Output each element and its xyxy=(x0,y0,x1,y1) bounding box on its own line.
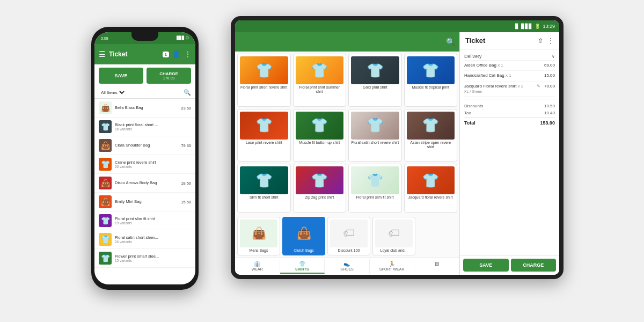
list-item[interactable]: 👕 Floral satin short sleev... 24 variant… xyxy=(94,230,195,249)
list-item-img: 👕 xyxy=(99,252,112,265)
product-card[interactable]: 👕 Gold print shirt xyxy=(348,54,402,107)
list-item[interactable]: 👕 Flower print smart slee... 15 variants xyxy=(94,249,195,268)
total-row: Total 153.90 xyxy=(464,118,555,127)
list-item[interactable]: 👕 Floral print slim fit shirt 19 variant… xyxy=(94,211,195,230)
phone-more-icon[interactable]: ⋮ xyxy=(185,50,191,58)
list-item[interactable]: 👕 Crane print revere shirt 20 variants xyxy=(94,155,195,174)
phone-action-icons: 👤 ⋮ xyxy=(172,50,191,58)
list-item-name: Clara Shoulder Bag xyxy=(115,143,178,148)
delivery-chevron: ∨ xyxy=(552,54,555,59)
product-card[interactable]: 👕 Floral print slim fit shirt xyxy=(348,164,402,212)
product-card[interactable]: 👕 Jacquard floral revere shirt xyxy=(404,164,458,212)
list-item-info: Disco Arrows Body Bag xyxy=(115,180,178,186)
category-bag-item[interactable]: 👜 Mens Bags xyxy=(237,217,280,255)
product-label: Muscle fit tropical print xyxy=(412,85,449,90)
category-sportwear[interactable]: 🏃 SPORT WEAR xyxy=(370,259,415,274)
phone-search-icon[interactable]: 🔍 xyxy=(184,89,191,96)
loyalty-item[interactable]: 🏷 Loyal club and... xyxy=(372,217,415,255)
delivery-section: Delivery ∨ xyxy=(464,52,555,61)
product-card[interactable]: 👕 Floral satin short revere shirt xyxy=(348,109,402,162)
loyalty-tag-icon: 🏷 xyxy=(388,226,400,240)
tax-value: 10.40 xyxy=(544,111,555,115)
product-image: 👕 xyxy=(296,112,344,140)
product-card[interactable]: 👕 Muscle fit tropical print xyxy=(404,54,458,107)
list-item-price: 23.60 xyxy=(181,106,191,111)
battery-icon: 🔋 xyxy=(535,24,540,29)
tablet-time: 13:29 xyxy=(543,24,555,29)
shirts-icon: 👕 xyxy=(280,261,325,267)
product-grid: 👕 Floral print short revere shirt 👕 Flor… xyxy=(235,52,459,215)
total-label: Total xyxy=(464,120,475,126)
hamburger-icon[interactable]: ☰ xyxy=(99,50,106,58)
discount-item[interactable]: 🏷 Discount 100 xyxy=(327,217,370,255)
list-item-img: 👕 xyxy=(99,233,112,246)
list-item[interactable]: 👜 Emily Mini Bag 15.60 xyxy=(94,193,195,211)
list-item-name: Black print floral short ... xyxy=(115,122,191,128)
phone-user-icon[interactable]: 👤 xyxy=(172,50,180,58)
list-item-variant: 19 variants xyxy=(115,221,191,225)
phone-charge-button[interactable]: CHARGE 170.99 xyxy=(147,68,191,84)
category-menswear[interactable]: 👔 WEAR xyxy=(235,259,280,274)
product-label: Asian stripe open revere shirt xyxy=(407,141,455,150)
list-item[interactable]: 👜 Disco Arrows Body Bag 18.60 xyxy=(94,174,195,193)
phone-product-list: 👜 Bella Blass Bag 23.60 👕 Black print fl… xyxy=(94,99,195,284)
search-icon[interactable]: 🔍 xyxy=(446,38,455,46)
list-item[interactable]: 👜 Clara Shoulder Bag 79.60 xyxy=(94,136,195,155)
product-label: Floral satin short revere shirt xyxy=(351,141,399,145)
list-item-name: Floral satin short sleev... xyxy=(115,235,191,240)
list-item[interactable]: 👕 Black print floral short ... 16 varian… xyxy=(94,118,195,136)
tablet-charge-button[interactable]: CHARGE xyxy=(511,259,557,272)
product-card[interactable]: 👕 Slim fit short shirt xyxy=(237,164,291,212)
share-icon[interactable]: ⇧ xyxy=(538,37,543,45)
tablet-save-button[interactable]: SAVE xyxy=(463,259,509,272)
menswear-icon: 👔 xyxy=(235,261,280,267)
list-item-img: 👜 xyxy=(99,195,112,208)
grid-icon: ⊞ xyxy=(414,261,459,267)
tax-row: Tax 10.40 xyxy=(464,109,555,116)
product-label: Jacquard floral revere shirt xyxy=(408,195,453,200)
ticket-item-sub-3: XL / Green xyxy=(464,89,537,94)
phone-ticket-badge: 1 xyxy=(163,52,169,57)
ticket-item-3: Jacquard Floral revere shirt x 2 XL / Gr… xyxy=(464,82,555,97)
sport-icon: 🏃 xyxy=(370,261,414,267)
category-shoes[interactable]: 👟 SHOES xyxy=(325,259,370,274)
phone-filter-select[interactable]: All Items xyxy=(99,90,126,96)
product-label: Muscle fit button up shirt xyxy=(299,141,340,145)
tablet-status-bar: ▊ ▊▊▊ 🔋 13:29 xyxy=(235,20,559,32)
shoes-icon: 👟 xyxy=(325,261,369,267)
ticket-item-name-1: Aiden Office Bag x 1 xyxy=(464,63,542,68)
product-card[interactable]: 👕 Zip zag print shirt xyxy=(293,164,347,212)
bag-label: Mens Bags xyxy=(249,248,268,253)
list-item-info: Emily Mini Bag xyxy=(115,199,178,204)
clutch-image: 👜 xyxy=(285,219,323,247)
clutch-bag-item[interactable]: 👜 Clutch Bags xyxy=(282,217,325,255)
tablet-device: ▊ ▊▊▊ 🔋 13:29 🔍 👕 xyxy=(231,16,564,279)
list-item[interactable]: 👜 Bella Blass Bag 23.60 xyxy=(94,99,195,118)
list-item-price: 79.60 xyxy=(181,143,191,148)
edit-icon[interactable]: ✎ xyxy=(537,84,540,89)
product-card[interactable]: 👕 Lace print revere shirt xyxy=(237,109,291,162)
product-card[interactable]: 👕 Asian stripe open revere shirt xyxy=(404,109,458,162)
more-icon[interactable]: ⋮ xyxy=(547,37,554,45)
list-item-name: Disco Arrows Body Bag xyxy=(115,180,178,186)
list-item-name: Flower print smart slee... xyxy=(115,254,191,259)
list-item-name: Bella Blass Bag xyxy=(115,105,178,111)
product-card[interactable]: 👕 Floral print short revere shirt xyxy=(237,54,291,107)
tablet-products-header: 🔍 xyxy=(235,32,459,52)
ticket-item-1: Aiden Office Bag x 1 69.00 xyxy=(464,61,555,71)
category-shirts[interactable]: 👕 SHIRTS xyxy=(280,259,325,274)
list-item-img: 👕 xyxy=(99,158,112,171)
tablet-body: 🔍 👕 Floral print short revere shirt xyxy=(235,32,559,275)
list-item-img: 👜 xyxy=(99,177,112,189)
bag-image: 👜 xyxy=(240,219,277,247)
category-grid[interactable]: ⊞ xyxy=(414,259,459,274)
loyalty-image: 🏷 xyxy=(375,219,413,247)
total-value: 153.90 xyxy=(540,120,555,126)
list-item-info: Crane print revere shirt 20 variants xyxy=(115,160,191,169)
product-card[interactable]: 👕 Muscle fit button up shirt xyxy=(293,109,347,162)
discounts-value: 10.50 xyxy=(544,104,555,108)
discount-image: 🏷 xyxy=(330,219,368,247)
product-card[interactable]: 👕 Floral print shirt summer shirt xyxy=(293,54,347,107)
phone-save-button[interactable]: SAVE xyxy=(99,68,143,84)
list-item-info: Clara Shoulder Bag xyxy=(115,143,178,148)
